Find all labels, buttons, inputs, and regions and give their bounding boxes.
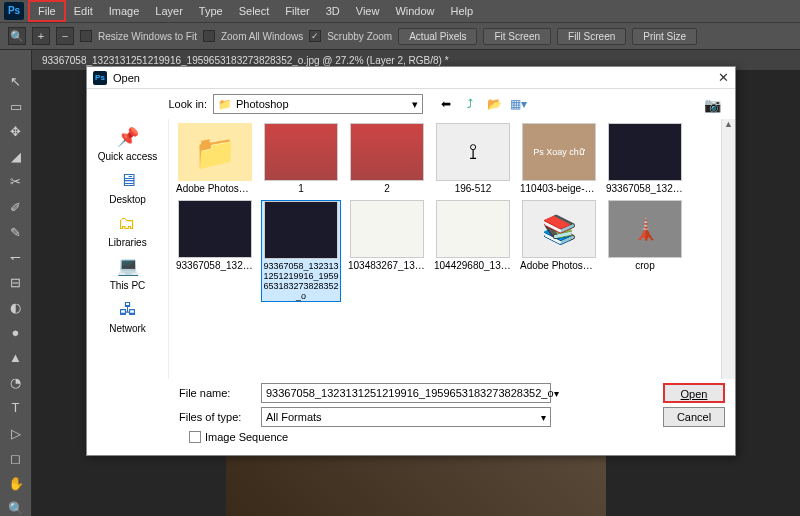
lookin-label: Look in: bbox=[97, 98, 207, 110]
menubar: File Edit Image Layer Type Select Filter… bbox=[28, 0, 481, 22]
dialog-close-button[interactable]: ✕ bbox=[718, 70, 729, 85]
lookin-combo[interactable]: 📁 Photoshop ▾ bbox=[213, 94, 423, 114]
zoom-tool-icon[interactable]: 🔍 bbox=[8, 27, 26, 45]
camera-icon[interactable]: 📷 bbox=[704, 97, 721, 113]
filetype-combo[interactable]: All Formats▾ bbox=[261, 407, 551, 427]
zoom-in-icon[interactable]: + bbox=[32, 27, 50, 45]
hand-tool[interactable]: ✋ bbox=[6, 476, 26, 491]
menu-filter[interactable]: Filter bbox=[277, 2, 317, 20]
menu-select[interactable]: Select bbox=[231, 2, 278, 20]
ps-logo: Ps bbox=[4, 2, 24, 20]
blur-tool[interactable]: ◔ bbox=[6, 375, 26, 390]
place-quickaccess[interactable]: 📌Quick access bbox=[98, 125, 157, 162]
file-item[interactable]: 📚Adobe Photoshop CS6 Full- tuihoci... bbox=[519, 200, 599, 302]
place-thispc[interactable]: 💻This PC bbox=[110, 254, 146, 291]
menu-edit[interactable]: Edit bbox=[66, 2, 101, 20]
print-size-button[interactable]: Print Size bbox=[632, 28, 697, 45]
file-item[interactable]: 🗼crop bbox=[605, 200, 685, 302]
file-list[interactable]: 📁Adobe Photoshop CS6 Full- tuihoci... 1 … bbox=[169, 119, 735, 379]
filetype-label: Files of type: bbox=[97, 411, 253, 423]
dialog-fields: File name: 93367058_1323131251219916_195… bbox=[87, 379, 735, 447]
menu-window[interactable]: Window bbox=[387, 2, 442, 20]
file-item[interactable]: 1 bbox=[261, 123, 341, 194]
newfolder-icon[interactable]: 📂 bbox=[485, 95, 503, 113]
scrollbar[interactable]: ▲ bbox=[721, 119, 735, 379]
scrubby-label: Scrubby Zoom bbox=[327, 31, 392, 42]
bucket-tool[interactable]: ● bbox=[6, 325, 26, 340]
lookin-row: Look in: 📁 Photoshop ▾ ⬅ ⤴ 📂 ▦▾ bbox=[87, 89, 735, 119]
dialog-body: 📌Quick access 🖥Desktop 🗂Libraries 💻This … bbox=[87, 119, 735, 379]
viewmenu-icon[interactable]: ▦▾ bbox=[509, 95, 527, 113]
file-item[interactable]: 93367058_132313... bbox=[175, 200, 255, 302]
dialog-titlebar: Ps Open ✕ bbox=[87, 67, 735, 89]
filename-label: File name: bbox=[97, 387, 253, 399]
menu-layer[interactable]: Layer bbox=[147, 2, 191, 20]
file-item[interactable]: 103483267_13683... bbox=[347, 200, 427, 302]
fill-screen-button[interactable]: Fill Screen bbox=[557, 28, 626, 45]
chevron-down-icon: ▾ bbox=[412, 98, 418, 111]
menu-view[interactable]: View bbox=[348, 2, 388, 20]
clone-tool[interactable]: ↽ bbox=[6, 250, 26, 265]
dialog-ps-icon: Ps bbox=[93, 71, 107, 85]
file-folder[interactable]: 📁Adobe Photoshop CS6 Full- tuihoci... bbox=[175, 123, 255, 194]
scroll-up-icon[interactable]: ▲ bbox=[722, 119, 735, 133]
open-button[interactable]: Open bbox=[663, 383, 725, 403]
file-item[interactable]: ⟟196-512 bbox=[433, 123, 513, 194]
path-tool[interactable]: ▷ bbox=[6, 426, 26, 441]
dialog-title: Open bbox=[113, 72, 140, 84]
menu-type[interactable]: Type bbox=[191, 2, 231, 20]
gradient-tool[interactable]: ⊟ bbox=[6, 275, 26, 290]
file-item[interactable]: 2 bbox=[347, 123, 427, 194]
place-desktop[interactable]: 🖥Desktop bbox=[109, 168, 146, 205]
file-item[interactable]: 104429680_13734... bbox=[433, 200, 513, 302]
scrubby-checkbox[interactable]: ✓ bbox=[309, 30, 321, 42]
brush-tool[interactable]: ✎ bbox=[6, 225, 26, 240]
file-item[interactable]: 93367058_132313... bbox=[605, 123, 685, 194]
eyedropper-tool[interactable]: ✐ bbox=[6, 200, 26, 215]
shape-tool[interactable]: ◻ bbox=[6, 451, 26, 466]
places-bar: 📌Quick access 🖥Desktop 🗂Libraries 💻This … bbox=[87, 119, 169, 379]
file-item-selected[interactable]: 93367058_1323131251219916_19596531832738… bbox=[261, 200, 341, 302]
imgseq-label: Image Sequence bbox=[205, 431, 288, 443]
crop-tool[interactable]: ◢ bbox=[6, 149, 26, 164]
place-libraries[interactable]: 🗂Libraries bbox=[108, 211, 146, 248]
filename-input[interactable]: 93367058_1323131251219916_19596531832738… bbox=[261, 383, 551, 403]
back-icon[interactable]: ⬅ bbox=[437, 95, 455, 113]
open-dialog: Ps Open ✕ Look in: 📁 Photoshop ▾ ⬅ ⤴ 📂 ▦… bbox=[86, 66, 736, 456]
zoom-out-icon[interactable]: − bbox=[56, 27, 74, 45]
zoom-tool[interactable]: 🔍 bbox=[6, 501, 26, 516]
folder-icon: 📁 bbox=[218, 98, 232, 111]
menu-help[interactable]: Help bbox=[443, 2, 482, 20]
fit-screen-button[interactable]: Fit Screen bbox=[483, 28, 551, 45]
up-icon[interactable]: ⤴ bbox=[461, 95, 479, 113]
menu-file[interactable]: File bbox=[28, 0, 66, 22]
resize-checkbox[interactable] bbox=[80, 30, 92, 42]
dodge-tool[interactable]: ◐ bbox=[6, 300, 26, 315]
file-item[interactable]: Ps Xoay chữ110403-beige-an... bbox=[519, 123, 599, 194]
options-bar: 🔍 + − Resize Windows to Fit Zoom All Win… bbox=[0, 22, 800, 50]
menu-image[interactable]: Image bbox=[101, 2, 148, 20]
actual-pixels-button[interactable]: Actual Pixels bbox=[398, 28, 477, 45]
marquee-tool[interactable]: ▭ bbox=[6, 99, 26, 114]
move-tool[interactable]: ↖ bbox=[6, 74, 26, 89]
place-network[interactable]: 🖧Network bbox=[109, 297, 146, 334]
tools-panel: ↖ ▭ ✥ ◢ ✂ ✐ ✎ ↽ ⊟ ◐ ● ▲ ◔ T ▷ ◻ ✋ 🔍 bbox=[0, 50, 32, 516]
imgseq-checkbox[interactable] bbox=[189, 431, 201, 443]
pen-tool[interactable]: ▲ bbox=[6, 350, 26, 365]
lookin-value: Photoshop bbox=[236, 98, 289, 110]
zoomall-label: Zoom All Windows bbox=[221, 31, 303, 42]
resize-label: Resize Windows to Fit bbox=[98, 31, 197, 42]
menu-3d[interactable]: 3D bbox=[318, 2, 348, 20]
lasso-tool[interactable]: ✥ bbox=[6, 124, 26, 139]
type-tool[interactable]: T bbox=[6, 400, 26, 415]
cancel-button[interactable]: Cancel bbox=[663, 407, 725, 427]
slice-tool[interactable]: ✂ bbox=[6, 174, 26, 189]
nav-icons: ⬅ ⤴ 📂 ▦▾ bbox=[437, 95, 527, 113]
zoomall-checkbox[interactable] bbox=[203, 30, 215, 42]
